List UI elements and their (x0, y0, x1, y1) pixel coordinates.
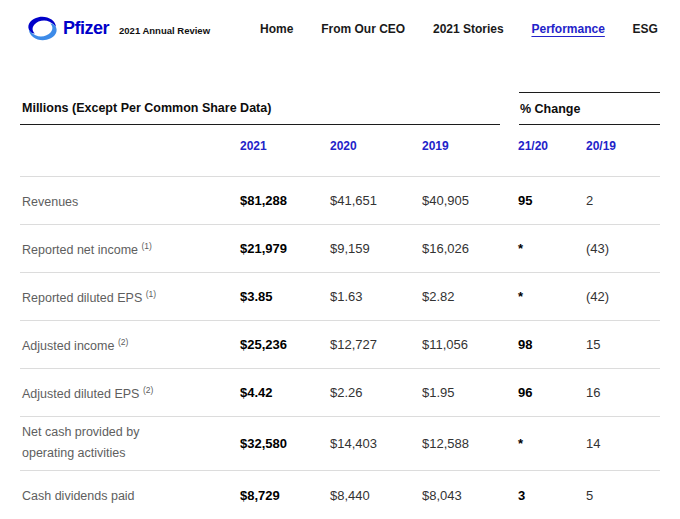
table-row-cash-dividends-paid: Cash dividends paid $8,729 $8,440 $8,043… (20, 471, 660, 519)
pfizer-logo[interactable]: Pfizer 2021 Annual Review (26, 15, 210, 42)
value-2021: $3.85 (240, 289, 330, 304)
column-header-2019: 2019 (422, 139, 518, 153)
row-label: Adjusted diluted EPS (22, 387, 139, 401)
row-label: Adjusted income (22, 339, 114, 353)
row-label: Reported diluted EPS (22, 291, 142, 305)
millions-header-label: Millions (Except Per Common Share Data) (20, 101, 271, 115)
table-row-reported-net-income: Reported net income (1) $21,979 $9,159 $… (20, 225, 660, 273)
change-20-19: 5 (586, 488, 660, 503)
row-label: Net cash provided by operating activitie… (22, 425, 139, 460)
value-2020: $1.63 (330, 289, 422, 304)
footnote-ref: (1) (146, 289, 156, 299)
change-20-19: (43) (586, 241, 660, 256)
value-2020: $2.26 (330, 385, 422, 400)
value-2020: $9,159 (330, 241, 422, 256)
nav-item-2021-stories[interactable]: 2021 Stories (433, 22, 504, 36)
pfizer-swirl-icon (26, 15, 59, 42)
table-row-adjusted-income: Adjusted income (2) $25,236 $12,727 $11,… (20, 321, 660, 369)
value-2019: $11,056 (422, 337, 518, 352)
top-navigation-bar: Pfizer 2021 Annual Review Home From Our … (0, 0, 680, 46)
change-21-20: * (518, 436, 586, 451)
change-21-20: * (518, 241, 586, 256)
value-2019: $1.95 (422, 385, 518, 400)
value-2021: $21,979 (240, 241, 330, 256)
column-header-2020: 2020 (330, 139, 422, 153)
table-row-revenues: Revenues $81,288 $41,651 $40,905 95 2 (20, 177, 660, 225)
value-2021: $25,236 (240, 337, 330, 352)
table-row-adjusted-diluted-eps: Adjusted diluted EPS (2) $4.42 $2.26 $1.… (20, 369, 660, 417)
table-row-net-cash-operating: Net cash provided by operating activitie… (20, 417, 660, 471)
value-2021: $32,580 (240, 436, 330, 451)
value-2019: $2.82 (422, 289, 518, 304)
footnote-ref: (2) (143, 385, 153, 395)
value-2019: $12,588 (422, 436, 518, 451)
value-2021: $81,288 (240, 193, 330, 208)
column-header-2021: 2021 (240, 139, 330, 153)
change-20-19: 14 (586, 436, 660, 451)
change-21-20: 98 (518, 337, 586, 352)
value-2021: $4.42 (240, 385, 330, 400)
financial-highlights-table: Millions (Except Per Common Share Data) … (20, 92, 660, 519)
table-row-reported-diluted-eps: Reported diluted EPS (1) $3.85 $1.63 $2.… (20, 273, 660, 321)
value-2020: $8,440 (330, 488, 422, 503)
value-2019: $8,043 (422, 488, 518, 503)
footnote-ref: (2) (118, 337, 128, 347)
value-2019: $16,026 (422, 241, 518, 256)
change-21-20: 96 (518, 385, 586, 400)
change-20-19: (42) (586, 289, 660, 304)
column-header-20-19: 20/19 (586, 139, 660, 153)
nav-item-home[interactable]: Home (260, 22, 293, 36)
table-header-band: Millions (Except Per Common Share Data) … (20, 92, 660, 125)
footnote-ref: (1) (142, 241, 152, 251)
change-20-19: 15 (586, 337, 660, 352)
value-2019: $40,905 (422, 193, 518, 208)
change-20-19: 2 (586, 193, 660, 208)
brand-name: Pfizer (63, 18, 109, 39)
main-nav: Home From Our CEO 2021 Stories Performan… (260, 22, 658, 36)
value-2020: $41,651 (330, 193, 422, 208)
column-header-21-20: 21/20 (518, 139, 586, 153)
column-header-row: 2021 2020 2019 21/20 20/19 (20, 125, 660, 177)
nav-item-esg[interactable]: ESG (633, 22, 658, 36)
row-label: Cash dividends paid (22, 490, 135, 504)
row-label: Revenues (22, 195, 78, 209)
table-left-header: Millions (Except Per Common Share Data) (20, 92, 500, 125)
nav-item-performance[interactable]: Performance (531, 22, 604, 36)
nav-item-from-our-ceo[interactable]: From Our CEO (321, 22, 405, 36)
change-21-20: 95 (518, 193, 586, 208)
value-2020: $14,403 (330, 436, 422, 451)
row-label: Reported net income (22, 243, 138, 257)
value-2021: $8,729 (240, 488, 330, 503)
change-21-20: * (518, 289, 586, 304)
change-20-19: 16 (586, 385, 660, 400)
change-21-20: 3 (518, 488, 586, 503)
value-2020: $12,727 (330, 337, 422, 352)
brand-tagline: 2021 Annual Review (119, 25, 210, 36)
percent-change-header: % Change (519, 92, 660, 125)
percent-change-label: % Change (519, 102, 580, 116)
